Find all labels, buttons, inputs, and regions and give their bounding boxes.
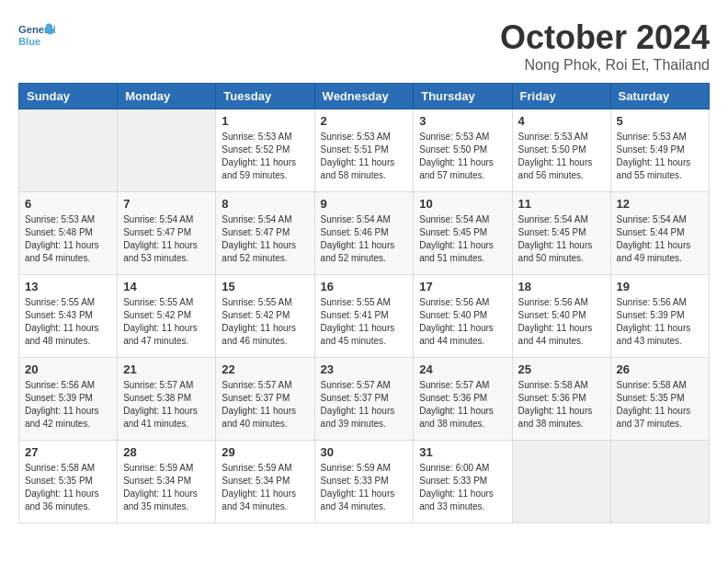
- day-number: 23: [321, 362, 408, 376]
- day-number: 17: [419, 280, 506, 293]
- day-info: Sunrise: 5:53 AMSunset: 5:48 PMDaylight:…: [25, 213, 111, 265]
- table-row: 13Sunrise: 5:55 AMSunset: 5:43 PMDayligh…: [19, 275, 118, 358]
- table-row: 8Sunrise: 5:54 AMSunset: 5:47 PMDaylight…: [216, 192, 314, 275]
- day-number: 29: [222, 445, 308, 459]
- table-row: 11Sunrise: 5:54 AMSunset: 5:45 PMDayligh…: [512, 192, 610, 275]
- day-info: Sunrise: 6:00 AMSunset: 5:33 PMDaylight:…: [419, 462, 506, 513]
- day-info: Sunrise: 5:54 AMSunset: 5:47 PMDaylight:…: [222, 213, 308, 265]
- day-number: 1: [222, 114, 308, 128]
- day-number: 24: [419, 362, 506, 376]
- day-number: 27: [25, 445, 111, 459]
- day-info: Sunrise: 5:56 AMSunset: 5:40 PMDaylight:…: [518, 296, 605, 348]
- day-number: 19: [617, 280, 703, 293]
- table-row: 29Sunrise: 5:59 AMSunset: 5:34 PMDayligh…: [216, 441, 314, 523]
- day-info: Sunrise: 5:57 AMSunset: 5:37 PMDaylight:…: [321, 379, 408, 431]
- col-tuesday: Tuesday: [216, 84, 314, 109]
- day-number: 10: [419, 197, 506, 211]
- day-info: Sunrise: 5:56 AMSunset: 5:39 PMDaylight:…: [25, 379, 111, 431]
- col-saturday: Saturday: [610, 84, 709, 109]
- table-row: [118, 109, 216, 192]
- table-row: 1Sunrise: 5:53 AMSunset: 5:52 PMDaylight…: [216, 109, 314, 192]
- day-info: Sunrise: 5:58 AMSunset: 5:35 PMDaylight:…: [25, 462, 111, 513]
- day-number: 11: [518, 197, 605, 211]
- table-row: 21Sunrise: 5:57 AMSunset: 5:38 PMDayligh…: [118, 358, 216, 441]
- table-row: 6Sunrise: 5:53 AMSunset: 5:48 PMDaylight…: [19, 192, 118, 275]
- day-info: Sunrise: 5:59 AMSunset: 5:34 PMDaylight:…: [222, 462, 308, 513]
- week-row-1: 1Sunrise: 5:53 AMSunset: 5:52 PMDaylight…: [19, 109, 710, 192]
- day-info: Sunrise: 5:57 AMSunset: 5:36 PMDaylight:…: [419, 379, 506, 431]
- day-number: 8: [222, 197, 308, 211]
- table-row: 2Sunrise: 5:53 AMSunset: 5:51 PMDaylight…: [314, 109, 414, 192]
- day-info: Sunrise: 5:59 AMSunset: 5:33 PMDaylight:…: [321, 462, 408, 513]
- calendar-header-row: Sunday Monday Tuesday Wednesday Thursday…: [19, 84, 710, 109]
- table-row: 31Sunrise: 6:00 AMSunset: 5:33 PMDayligh…: [414, 441, 512, 523]
- week-row-5: 27Sunrise: 5:58 AMSunset: 5:35 PMDayligh…: [19, 441, 710, 523]
- day-info: Sunrise: 5:56 AMSunset: 5:40 PMDaylight:…: [419, 296, 506, 348]
- day-number: 6: [25, 197, 111, 211]
- day-number: 15: [222, 280, 308, 293]
- col-friday: Friday: [512, 84, 610, 109]
- day-number: 16: [321, 280, 408, 293]
- table-row: 14Sunrise: 5:55 AMSunset: 5:42 PMDayligh…: [118, 275, 216, 358]
- table-row: 20Sunrise: 5:56 AMSunset: 5:39 PMDayligh…: [19, 358, 118, 441]
- day-number: 22: [222, 362, 308, 376]
- day-number: 31: [419, 445, 506, 459]
- day-info: Sunrise: 5:54 AMSunset: 5:45 PMDaylight:…: [518, 213, 605, 265]
- day-info: Sunrise: 5:55 AMSunset: 5:42 PMDaylight:…: [123, 296, 210, 348]
- table-row: 4Sunrise: 5:53 AMSunset: 5:50 PMDaylight…: [512, 109, 610, 192]
- day-info: Sunrise: 5:58 AMSunset: 5:35 PMDaylight:…: [617, 379, 703, 431]
- day-number: 28: [123, 445, 210, 459]
- month-title: October 2024: [500, 18, 710, 57]
- day-info: Sunrise: 5:56 AMSunset: 5:39 PMDaylight:…: [617, 296, 703, 348]
- day-number: 14: [123, 280, 210, 293]
- table-row: 12Sunrise: 5:54 AMSunset: 5:44 PMDayligh…: [610, 192, 709, 275]
- day-number: 18: [518, 280, 605, 293]
- day-number: 7: [123, 197, 210, 211]
- day-number: 12: [617, 197, 703, 211]
- col-thursday: Thursday: [414, 84, 512, 109]
- day-info: Sunrise: 5:54 AMSunset: 5:45 PMDaylight:…: [419, 213, 506, 265]
- day-info: Sunrise: 5:53 AMSunset: 5:52 PMDaylight:…: [222, 131, 308, 182]
- day-number: 13: [25, 280, 111, 293]
- table-row: 10Sunrise: 5:54 AMSunset: 5:45 PMDayligh…: [414, 192, 512, 275]
- logo-icon: General Blue: [18, 18, 55, 55]
- table-row: 5Sunrise: 5:53 AMSunset: 5:49 PMDaylight…: [610, 109, 709, 192]
- table-row: 16Sunrise: 5:55 AMSunset: 5:41 PMDayligh…: [314, 275, 414, 358]
- table-row: 18Sunrise: 5:56 AMSunset: 5:40 PMDayligh…: [512, 275, 610, 358]
- day-info: Sunrise: 5:54 AMSunset: 5:46 PMDaylight:…: [321, 213, 408, 265]
- table-row: 26Sunrise: 5:58 AMSunset: 5:35 PMDayligh…: [610, 358, 709, 441]
- day-number: 9: [321, 197, 408, 211]
- day-info: Sunrise: 5:55 AMSunset: 5:41 PMDaylight:…: [321, 296, 408, 348]
- day-info: Sunrise: 5:54 AMSunset: 5:47 PMDaylight:…: [123, 213, 210, 265]
- day-info: Sunrise: 5:58 AMSunset: 5:36 PMDaylight:…: [518, 379, 605, 431]
- col-monday: Monday: [118, 84, 216, 109]
- table-row: 7Sunrise: 5:54 AMSunset: 5:47 PMDaylight…: [118, 192, 216, 275]
- table-row: 9Sunrise: 5:54 AMSunset: 5:46 PMDaylight…: [314, 192, 414, 275]
- title-block: October 2024 Nong Phok, Roi Et, Thailand: [500, 18, 710, 74]
- day-number: 25: [518, 362, 605, 376]
- table-row: 28Sunrise: 5:59 AMSunset: 5:34 PMDayligh…: [118, 441, 216, 523]
- table-row: 19Sunrise: 5:56 AMSunset: 5:39 PMDayligh…: [610, 275, 709, 358]
- day-number: 21: [123, 362, 210, 376]
- day-info: Sunrise: 5:53 AMSunset: 5:50 PMDaylight:…: [419, 131, 506, 182]
- col-sunday: Sunday: [19, 84, 118, 109]
- week-row-2: 6Sunrise: 5:53 AMSunset: 5:48 PMDaylight…: [19, 192, 710, 275]
- table-row: 3Sunrise: 5:53 AMSunset: 5:50 PMDaylight…: [414, 109, 512, 192]
- table-row: 15Sunrise: 5:55 AMSunset: 5:42 PMDayligh…: [216, 275, 314, 358]
- table-row: 27Sunrise: 5:58 AMSunset: 5:35 PMDayligh…: [19, 441, 118, 523]
- day-info: Sunrise: 5:55 AMSunset: 5:42 PMDaylight:…: [222, 296, 308, 348]
- table-row: 17Sunrise: 5:56 AMSunset: 5:40 PMDayligh…: [414, 275, 512, 358]
- day-number: 5: [617, 114, 703, 128]
- table-row: 22Sunrise: 5:57 AMSunset: 5:37 PMDayligh…: [216, 358, 314, 441]
- day-info: Sunrise: 5:53 AMSunset: 5:50 PMDaylight:…: [518, 131, 605, 182]
- day-info: Sunrise: 5:54 AMSunset: 5:44 PMDaylight:…: [617, 213, 703, 265]
- page-header: General Blue October 2024 Nong Phok, Roi…: [18, 18, 710, 74]
- svg-text:Blue: Blue: [18, 36, 40, 47]
- day-number: 26: [617, 362, 703, 376]
- table-row: [610, 441, 709, 523]
- day-info: Sunrise: 5:57 AMSunset: 5:38 PMDaylight:…: [123, 379, 210, 431]
- day-info: Sunrise: 5:57 AMSunset: 5:37 PMDaylight:…: [222, 379, 308, 431]
- day-info: Sunrise: 5:59 AMSunset: 5:34 PMDaylight:…: [123, 462, 210, 513]
- day-number: 20: [25, 362, 111, 376]
- week-row-4: 20Sunrise: 5:56 AMSunset: 5:39 PMDayligh…: [19, 358, 710, 441]
